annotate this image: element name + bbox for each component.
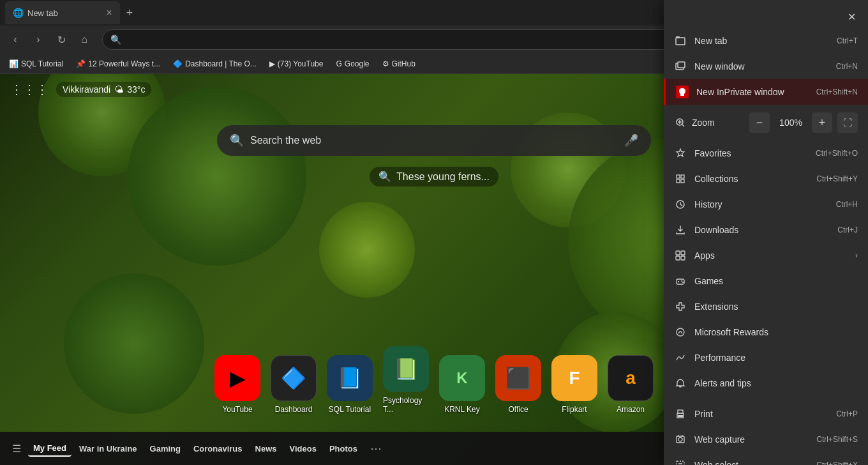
temperature-text: 33°c [127, 84, 145, 95]
image-label-icon: 🔍 [378, 171, 391, 183]
active-tab[interactable]: 🌐 New tab ✕ [5, 1, 120, 24]
fav-youtube[interactable]: ▶ (73) YouTube [266, 58, 327, 70]
menu-item-performance[interactable]: Performance [664, 345, 868, 370]
menu-item-new-window[interactable]: New window Ctrl+N [664, 54, 868, 79]
quick-link-label-dashboard: Dashboard [275, 405, 313, 414]
menu-item-apps[interactable]: Apps › [664, 243, 868, 268]
svg-rect-3 [678, 62, 685, 68]
menu-close-button[interactable]: ✕ [840, 5, 863, 28]
voice-search-button[interactable]: 🎤 [624, 133, 638, 148]
news-tab-ukraine[interactable]: War in Ukraine [74, 441, 142, 456]
fav-label: (73) YouTube [278, 59, 324, 68]
svg-rect-4 [680, 95, 684, 96]
new-tab-button[interactable]: + [120, 3, 139, 22]
quick-link-sql[interactable]: 📘 SQL Tutorial [327, 355, 373, 414]
quick-link-psychology[interactable]: 📗 Psychology T... [383, 346, 429, 414]
menu-item-shortcut-new-window: Ctrl+N [836, 62, 858, 71]
news-tab-coronavirus[interactable]: Coronavirus [188, 441, 248, 456]
refresh-button[interactable]: ↻ [51, 29, 71, 50]
svg-rect-15 [681, 251, 685, 255]
news-tab-news[interactable]: News [250, 441, 282, 456]
zoom-value: 100% [775, 118, 807, 128]
fav-label: Google [345, 59, 370, 68]
quick-link-youtube[interactable]: ▶ YouTube [214, 355, 260, 414]
collections-icon [674, 172, 687, 185]
apps-grid-button[interactable]: ⋮⋮⋮ [10, 82, 49, 97]
fav-google[interactable]: G Google [332, 58, 373, 70]
menu-item-games[interactable]: Games [664, 268, 868, 294]
quick-link-label-psychology: Psychology T... [383, 396, 429, 414]
menu-item-label-extensions: Extensions [694, 301, 858, 312]
quick-link-dashboard[interactable]: 🔷 Dashboard [271, 355, 317, 414]
svg-point-28 [678, 438, 682, 441]
quick-link-label-amazon: Amazon [617, 405, 645, 414]
zoom-in-button[interactable]: + [812, 112, 832, 133]
menu-item-alerts[interactable]: Alerts and tips [664, 370, 868, 396]
search-container: 🔍 Search the web 🎤 [217, 125, 651, 156]
browser-menu: ✕ New tab Ctrl+T New window Ctrl+N [664, 0, 868, 465]
image-label-text: These young ferns... [396, 171, 490, 183]
menu-item-new-tab[interactable]: New tab Ctrl+T [664, 28, 868, 54]
menu-item-label-alerts: Alerts and tips [694, 378, 858, 388]
quick-link-flipkart[interactable]: F Flipkart [551, 355, 597, 414]
menu-item-extensions[interactable]: Extensions [664, 294, 868, 319]
zoom-control: Zoom − 100% + ⛶ [664, 110, 868, 135]
svg-rect-14 [676, 251, 680, 255]
news-tab-gaming[interactable]: Gaming [145, 441, 186, 456]
news-tab-videos[interactable]: Videos [285, 441, 322, 456]
svg-rect-29 [677, 461, 684, 465]
location-text: Vikkiravandi [63, 84, 110, 95]
fav-sql-tutorial[interactable]: 📊 SQL Tutorial [5, 58, 67, 70]
menu-item-favorites[interactable]: Favorites Ctrl+Shift+O [664, 141, 868, 166]
weather-icon: 🌤 [114, 84, 123, 95]
menu-item-collections[interactable]: Collections Ctrl+Shift+Y [664, 166, 868, 192]
news-tab-photos[interactable]: Photos [324, 441, 363, 456]
back-button[interactable]: ‹ [5, 29, 26, 50]
quick-link-amazon[interactable]: a Amazon [608, 355, 654, 414]
performance-icon [674, 351, 687, 364]
menu-item-rewards[interactable]: Microsoft Rewards [664, 319, 868, 345]
menu-item-label-rewards: Microsoft Rewards [694, 327, 858, 337]
menu-item-web-capture[interactable]: Web capture Ctrl+Shift+S [664, 427, 868, 452]
menu-item-print[interactable]: Print Ctrl+P [664, 401, 868, 427]
fav-powerful-ways[interactable]: 📌 12 Powerful Ways t... [72, 58, 164, 70]
menu-item-shortcut-new-tab: Ctrl+T [837, 36, 858, 45]
select-icon [674, 459, 687, 465]
tab-title: New tab [27, 8, 102, 18]
fav-dashboard[interactable]: 🔷 Dashboard | The O... [169, 58, 260, 70]
weather-widget[interactable]: Vikkiravandi 🌤 33°c [56, 82, 151, 97]
search-input-placeholder: Search the web [250, 135, 618, 146]
news-tab-myfeed[interactable]: My Feed [28, 441, 71, 457]
tab-close-button[interactable]: ✕ [106, 8, 112, 17]
zoom-fullscreen-button[interactable]: ⛶ [837, 112, 858, 133]
menu-item-web-select[interactable]: Web select Ctrl+Shift+X [664, 452, 868, 465]
fav-label: SQL Tutorial [21, 59, 63, 68]
menu-item-label-favorites: Favorites [694, 148, 808, 158]
print-icon [674, 408, 687, 420]
news-menu-button[interactable]: ☰ [8, 439, 26, 457]
apps-submenu-arrow: › [855, 251, 858, 260]
forward-button[interactable]: › [28, 29, 49, 50]
inprivate-icon [676, 86, 689, 98]
fav-icon: 📌 [76, 59, 86, 68]
menu-item-downloads[interactable]: Downloads Ctrl+J [664, 217, 868, 243]
menu-item-shortcut-print: Ctrl+P [836, 409, 858, 418]
menu-item-history[interactable]: History Ctrl+H [664, 192, 868, 217]
image-label[interactable]: 🔍 These young ferns... [370, 167, 498, 187]
zoom-out-button[interactable]: − [749, 112, 770, 133]
fav-github[interactable]: ⚙ GitHub [378, 58, 419, 70]
new-window-icon [674, 60, 687, 73]
home-button[interactable]: ⌂ [74, 29, 94, 50]
quick-link-krnl[interactable]: K KRNL Key [439, 355, 485, 414]
news-more-button[interactable]: ⋯ [365, 439, 387, 458]
quick-link-icon-office: ⬛ [495, 355, 541, 401]
menu-item-inprivate[interactable]: New InPrivate window Ctrl+Shift+N [664, 79, 868, 105]
svg-rect-16 [676, 256, 680, 260]
menu-item-label-apps: Apps [694, 250, 848, 261]
menu-item-label-inprivate: New InPrivate window [696, 87, 809, 97]
search-bar[interactable]: 🔍 Search the web 🎤 [217, 125, 651, 156]
menu-item-label-print: Print [694, 409, 828, 419]
tab-favicon: 🌐 [13, 8, 24, 18]
quick-link-office[interactable]: ⬛ Office [495, 355, 541, 414]
quick-link-icon-sql: 📘 [327, 355, 373, 401]
